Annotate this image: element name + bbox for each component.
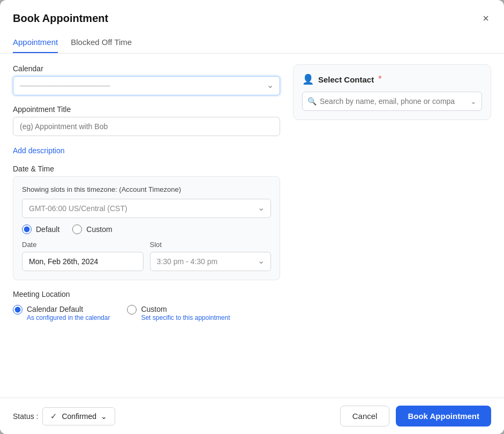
location-custom-content: Custom Set specific to this appointment bbox=[141, 305, 230, 321]
status-select-button[interactable]: ✓ Confirmed ⌄ bbox=[42, 407, 115, 425]
radio-custom-option[interactable]: Custom bbox=[72, 225, 112, 234]
date-label: Date bbox=[22, 241, 144, 249]
status-value: Confirmed bbox=[62, 412, 96, 421]
appointment-title-input[interactable] bbox=[13, 117, 280, 136]
location-custom-sub: Set specific to this appointment bbox=[141, 314, 230, 321]
radio-group: Default Custom bbox=[22, 225, 271, 234]
calendar-group: Calendar ───────────────── bbox=[13, 64, 280, 95]
left-panel: Calendar ───────────────── Appointment T… bbox=[13, 64, 293, 331]
right-panel: 👤 Select Contact * 🔍 ⌄ bbox=[293, 64, 491, 120]
select-contact-header: 👤 Select Contact * bbox=[302, 73, 482, 85]
radio-default-option[interactable]: Default bbox=[22, 225, 59, 234]
timezone-select[interactable]: GMT-06:00 US/Central (CST) bbox=[22, 199, 271, 218]
person-icon: 👤 bbox=[302, 73, 314, 85]
modal: Book Appointment × Appointment Blocked O… bbox=[0, 0, 504, 434]
location-custom-option[interactable]: Custom Set specific to this appointment bbox=[127, 305, 230, 321]
close-button[interactable]: × bbox=[480, 11, 491, 26]
date-col: Date bbox=[22, 241, 144, 271]
radio-default-input[interactable] bbox=[22, 225, 32, 234]
radio-custom-input[interactable] bbox=[72, 225, 82, 234]
modal-overlay: Book Appointment × Appointment Blocked O… bbox=[0, 0, 504, 434]
location-calendar-default-option[interactable]: Calendar Default As configured in the ca… bbox=[13, 305, 110, 321]
date-input[interactable] bbox=[22, 252, 144, 271]
timezone-select-wrapper: GMT-06:00 US/Central (CST) bbox=[22, 199, 271, 218]
radio-default-label: Default bbox=[36, 225, 59, 234]
location-calendar-default-radio[interactable] bbox=[13, 305, 22, 315]
status-check-icon: ✓ bbox=[50, 411, 57, 421]
modal-header: Book Appointment × bbox=[0, 0, 504, 26]
slot-select-wrapper: 3:30 pm - 4:30 pm bbox=[150, 252, 272, 271]
tab-blocked-off-time[interactable]: Blocked Off Time bbox=[71, 32, 132, 53]
location-calendar-default-title: Calendar Default bbox=[27, 305, 110, 313]
appointment-title-label: Appointment Title bbox=[13, 105, 280, 114]
date-slot-row: Date Slot 3:30 pm - 4:30 pm bbox=[22, 241, 271, 271]
cancel-button[interactable]: Cancel bbox=[340, 406, 390, 426]
meeting-location-label: Meeting Location bbox=[13, 290, 280, 298]
add-description-button[interactable]: Add description bbox=[13, 146, 65, 155]
tab-appointment[interactable]: Appointment bbox=[13, 32, 58, 53]
status-wrapper: Status : ✓ Confirmed ⌄ bbox=[13, 407, 115, 425]
search-icon: 🔍 bbox=[307, 97, 317, 106]
timezone-note: Showing slots in this timezone: (Account… bbox=[22, 185, 271, 193]
calendar-select[interactable]: ───────────────── bbox=[13, 76, 280, 95]
appointment-title-group: Appointment Title bbox=[13, 105, 280, 136]
modal-body: Calendar ───────────────── Appointment T… bbox=[0, 54, 504, 398]
contact-search-box: 🔍 ⌄ bbox=[302, 92, 482, 111]
calendar-label: Calendar bbox=[13, 64, 280, 73]
datetime-section: Date & Time Showing slots in this timezo… bbox=[13, 164, 280, 280]
location-calendar-default-content: Calendar Default As configured in the ca… bbox=[27, 305, 110, 321]
search-dropdown-icon: ⌄ bbox=[470, 97, 477, 106]
select-contact-title: Select Contact bbox=[318, 75, 374, 84]
radio-custom-label: Custom bbox=[86, 225, 112, 234]
meeting-location-section: Meeting Location Calendar Default As con… bbox=[13, 290, 280, 321]
required-star: * bbox=[378, 74, 381, 84]
datetime-box: Showing slots in this timezone: (Account… bbox=[13, 176, 280, 280]
contact-search-input[interactable] bbox=[302, 92, 482, 111]
footer-actions: Cancel Book Appointment bbox=[340, 406, 491, 426]
location-calendar-default-sub: As configured in the calendar bbox=[27, 314, 110, 321]
slot-col: Slot 3:30 pm - 4:30 pm bbox=[150, 241, 272, 271]
status-label: Status : bbox=[13, 412, 38, 421]
datetime-label: Date & Time bbox=[13, 164, 280, 173]
slot-label: Slot bbox=[150, 241, 272, 249]
location-custom-title: Custom bbox=[141, 305, 230, 313]
book-appointment-button[interactable]: Book Appointment bbox=[396, 406, 491, 426]
status-chevron-icon: ⌄ bbox=[101, 412, 107, 421]
location-custom-radio[interactable] bbox=[127, 305, 137, 315]
modal-title: Book Appointment bbox=[13, 12, 108, 25]
modal-footer: Status : ✓ Confirmed ⌄ Cancel Book Appoi… bbox=[0, 398, 504, 434]
tabs-container: Appointment Blocked Off Time bbox=[0, 32, 504, 54]
location-options: Calendar Default As configured in the ca… bbox=[13, 305, 280, 321]
slot-select[interactable]: 3:30 pm - 4:30 pm bbox=[150, 252, 272, 271]
calendar-select-wrapper: ───────────────── bbox=[13, 76, 280, 95]
